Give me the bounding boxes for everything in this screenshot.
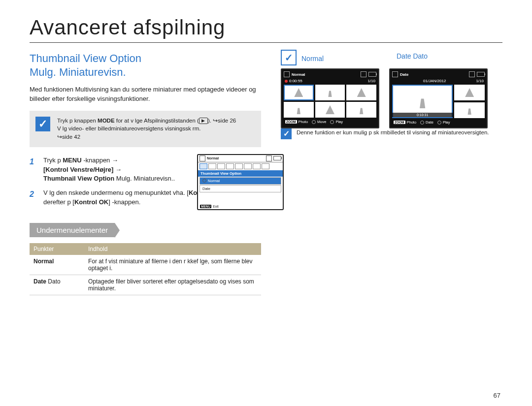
right-column: ✓ Normal Date Dato Normal bbox=[281, 52, 502, 295]
section-heading: Thumbnail View Option Mulg. Miniaturevis… bbox=[30, 52, 261, 79]
thumbnail bbox=[284, 102, 314, 118]
section-intro: Med funktionen Multivisning kan du sorte… bbox=[30, 85, 261, 104]
dpad-icon bbox=[420, 121, 424, 125]
mode-icon bbox=[392, 71, 398, 77]
camera-screen-normal: Normal 0:00:55 1/10 bbox=[281, 68, 379, 128]
menu-tabrow bbox=[198, 162, 283, 170]
page-number: 67 bbox=[494, 392, 500, 399]
tip-text: Tryk p knappen MODE for at v lge Afspiln… bbox=[57, 117, 236, 141]
preview-title-normal: Normal bbox=[301, 55, 324, 62]
left-column: Thumbnail View Option Mulg. Miniaturevis… bbox=[30, 52, 261, 295]
menu-top-label: Normal bbox=[207, 156, 219, 160]
card-icon bbox=[266, 156, 272, 161]
tip-mode-key: MODE bbox=[98, 118, 115, 124]
page-title: Avanceret afspilning bbox=[30, 16, 502, 43]
cam-status: 01/JAN/2012 1/10 bbox=[393, 79, 484, 83]
submenu-heading: Undermenuelementer bbox=[30, 223, 115, 237]
menu-item-normal: Normal bbox=[200, 177, 281, 185]
cam-topbar: Normal bbox=[284, 71, 376, 77]
step-number: 1 bbox=[30, 156, 36, 184]
card-icon bbox=[361, 71, 366, 77]
menu-screenshot: Normal Thumbnail View Option Normal Date… bbox=[197, 154, 284, 210]
battery-icon bbox=[477, 72, 485, 77]
cam-status: 0:00:55 1/10 bbox=[285, 79, 375, 83]
zoom-tag-icon: ZOOM bbox=[285, 120, 297, 124]
center-icon bbox=[437, 121, 441, 125]
table-row: Date Dato Optagede filer bliver sorteret… bbox=[30, 275, 261, 295]
clip-time: 0:10:31 bbox=[392, 113, 453, 117]
thumbnail bbox=[284, 85, 314, 100]
check-icon: ✓ bbox=[281, 128, 292, 139]
tab-2 bbox=[208, 163, 216, 169]
camera-screen-date: Date 01/JAN/2012 1/10 0:10:31 bbox=[389, 68, 488, 128]
tip-box: ✓ Tryk p knappen MODE for at v lge Afspi… bbox=[30, 111, 261, 147]
menu-topbar: Normal bbox=[198, 155, 283, 162]
tab-3 bbox=[217, 163, 225, 169]
thumbnail bbox=[454, 85, 485, 100]
tab-7 bbox=[253, 163, 261, 169]
step-number: 2 bbox=[30, 188, 36, 207]
thumbnail bbox=[454, 102, 485, 118]
section-heading-line2: Mulg. Miniaturevisn. bbox=[30, 66, 126, 78]
check-icon: ✓ bbox=[35, 117, 50, 131]
card-icon bbox=[469, 71, 475, 77]
table-row: Normal For at f vist miniature af filern… bbox=[30, 255, 261, 275]
tab-6 bbox=[244, 163, 252, 169]
col-punkter: Punkter bbox=[30, 243, 84, 255]
menu-header: Thumbnail View Option bbox=[198, 170, 283, 177]
thumbnail bbox=[315, 102, 345, 118]
battery-icon bbox=[273, 156, 281, 160]
counter: 1/10 bbox=[476, 79, 484, 83]
tip-line1b: for at v lge Afspilningstilstanden bbox=[115, 118, 196, 124]
note-text: Denne funktion er kun mulig p sk rmbille… bbox=[297, 128, 489, 139]
cam-bottombar: ZOOMPhoto Date Play bbox=[392, 120, 485, 125]
tab-4 bbox=[226, 163, 234, 169]
tip-line1a: Tryk p knappen bbox=[57, 118, 98, 124]
table-header-row: Punkter Indhold bbox=[30, 243, 261, 255]
battery-icon bbox=[368, 72, 376, 77]
tab-1 bbox=[200, 163, 207, 169]
col-indhold: Indhold bbox=[84, 243, 261, 255]
section-heading-line1: Thumbnail View Option bbox=[30, 52, 141, 64]
tip-page-ref-1: side 26 bbox=[218, 118, 236, 124]
thumbnails-grid bbox=[284, 85, 376, 118]
date-banner: 01/JAN/2012 bbox=[423, 79, 446, 83]
bullet-icon bbox=[202, 179, 206, 183]
playback-mode-icon: ▶ bbox=[199, 118, 208, 124]
tip-line2: V lg video- eller billedminiatureoversig… bbox=[57, 125, 200, 131]
two-column-layout: Thumbnail View Option Mulg. Miniaturevis… bbox=[30, 52, 502, 295]
arrow-right-icon: → bbox=[112, 156, 118, 164]
menu-tag-icon: MENU bbox=[200, 205, 211, 208]
counter: 1/10 bbox=[367, 79, 375, 83]
preview-check-icon: ✓ bbox=[281, 50, 297, 65]
tip-page-ref-2: side 42 bbox=[62, 134, 80, 140]
zoom-tag-icon: ZOOM bbox=[394, 121, 405, 124]
center-icon bbox=[330, 120, 334, 124]
rec-time: 0:00:55 bbox=[285, 79, 302, 83]
mode-icon bbox=[200, 156, 205, 161]
cam-bottombar: ZOOMPhoto Move Play bbox=[284, 120, 376, 124]
tab-8 bbox=[262, 163, 269, 169]
cam-topbar: Date bbox=[392, 71, 485, 77]
tab-5 bbox=[235, 163, 243, 169]
submenu-table: Punkter Indhold Normal For at f vist min… bbox=[30, 243, 261, 295]
dpad-icon bbox=[312, 120, 316, 124]
menu-exit: MENUExit bbox=[200, 205, 219, 208]
preview-title-date: Date Dato bbox=[397, 52, 428, 60]
rec-dot-icon bbox=[285, 80, 288, 83]
arrow-right-icon: → bbox=[115, 166, 122, 173]
thumbnail bbox=[346, 85, 376, 100]
preview-row: Normal 0:00:55 1/10 bbox=[281, 68, 502, 128]
menu-item-date: Date bbox=[200, 185, 281, 192]
note-box: ✓ Denne funktion er kun mulig p sk rmbil… bbox=[281, 128, 502, 139]
thumbnail bbox=[346, 102, 376, 118]
mode-icon bbox=[284, 71, 290, 77]
thumbnail bbox=[315, 85, 345, 100]
manual-page: Avanceret afspilning Thumbnail View Opti… bbox=[0, 0, 532, 406]
thumbnail-large: 0:10:31 bbox=[392, 85, 453, 118]
